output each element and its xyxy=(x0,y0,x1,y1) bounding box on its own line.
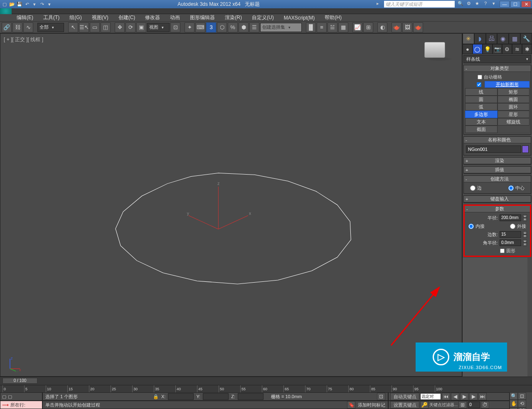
rollout-object-type[interactable]: -对象类型 xyxy=(464,65,531,72)
circumscribed-radio[interactable]: 外接 xyxy=(510,223,526,229)
script-mini-icon[interactable]: ▢ xyxy=(2,394,6,399)
shape-helix-button[interactable]: 螺旋线 xyxy=(498,118,530,126)
menu-animation[interactable]: 动画 xyxy=(166,13,184,22)
close-button[interactable]: ✕ xyxy=(521,1,531,7)
timeline-slider-track[interactable]: 0 / 100 xyxy=(0,377,532,385)
key-mode-icon[interactable]: 🔑 xyxy=(420,401,429,409)
named-selection-dropdown[interactable]: 创建选择集 xyxy=(260,23,302,32)
rendered-frame-icon[interactable]: 🖼 xyxy=(402,22,412,32)
pan-icon[interactable]: ✋ xyxy=(510,400,518,407)
script-rec-icon[interactable]: ▢ xyxy=(8,394,12,399)
menu-create[interactable]: 创建(C) xyxy=(114,13,140,22)
rect-region-icon[interactable]: ▭ xyxy=(90,22,100,32)
subtab-shapes-icon[interactable]: ◯ xyxy=(473,44,483,54)
play-icon[interactable]: ▶ xyxy=(460,393,468,400)
prev-frame-icon[interactable]: ◀ xyxy=(451,393,459,400)
time-ruler[interactable]: 0510 152025 303540 455055 606570 758085 … xyxy=(0,385,532,392)
subtab-systems-icon[interactable]: ✱ xyxy=(522,44,532,54)
minimize-button[interactable]: — xyxy=(500,1,510,7)
help-drop-icon[interactable]: ▾ xyxy=(490,1,497,7)
curve-editor-icon[interactable]: 📈 xyxy=(352,22,362,32)
material-editor-icon[interactable]: ◐ xyxy=(377,22,387,32)
subtab-lights-icon[interactable]: 💡 xyxy=(483,44,493,54)
rollout-name-color[interactable]: -名称和颜色 xyxy=(464,137,531,143)
lock-icon[interactable]: 🔒 xyxy=(153,394,159,399)
rollout-creation[interactable]: -创建方法 xyxy=(464,176,531,182)
frame-input[interactable]: 0 xyxy=(468,402,480,408)
orbit-icon[interactable]: ⟲ xyxy=(518,400,526,407)
selection-filter-dropdown[interactable]: 全部 xyxy=(37,23,64,32)
tab-create-icon[interactable]: ✳ xyxy=(463,33,474,44)
align-icon[interactable]: ≡ xyxy=(317,22,327,32)
radius-spinner[interactable]: ▲▼ xyxy=(523,214,527,221)
qat-save-icon[interactable]: 💾 xyxy=(16,1,23,7)
coord-z-input[interactable] xyxy=(238,393,264,400)
subtab-cameras-icon[interactable]: 📷 xyxy=(493,44,502,54)
spinner-snap-icon[interactable]: ⬢ xyxy=(239,22,249,32)
nav-1-icon[interactable]: ⊞ xyxy=(458,401,467,409)
menu-tools[interactable]: 工具(T) xyxy=(39,13,64,22)
help-icon[interactable]: ? xyxy=(482,1,489,7)
keyboard-shortcut-icon[interactable]: ⌨ xyxy=(195,22,205,32)
shape-star-button[interactable]: 星形 xyxy=(498,111,530,118)
tab-utilities-icon[interactable]: 🔧 xyxy=(520,33,532,44)
shape-line-button[interactable]: 线 xyxy=(465,88,498,96)
scale-icon[interactable]: ▣ xyxy=(136,22,146,32)
maximize-viewport-icon[interactable]: ⛶ xyxy=(518,407,526,409)
rollout-interp[interactable]: +插值 xyxy=(464,167,531,173)
favorite-icon[interactable]: ★ xyxy=(474,1,480,7)
shape-category-dropdown[interactable]: 样条线 xyxy=(463,55,531,63)
sides-input[interactable]: 15 xyxy=(500,231,521,238)
object-name-input[interactable]: NGon001 xyxy=(466,145,521,153)
qat-open-icon[interactable]: 📂 xyxy=(8,1,16,7)
coord-y-input[interactable] xyxy=(203,393,229,400)
menu-maxscript[interactable]: MAXScript(M) xyxy=(280,14,319,22)
goto-end-icon[interactable]: ⏭ xyxy=(478,393,487,400)
window-crossing-icon[interactable]: ◫ xyxy=(101,22,111,32)
zoom-icon[interactable]: 🔍 xyxy=(510,392,518,400)
viewport[interactable]: [ + ][ 正交 ][ 线框 ] z y x z x y xyxy=(0,33,462,377)
search-icon[interactable]: 🔍 xyxy=(457,1,464,7)
creation-center-radio[interactable]: 中心 xyxy=(508,185,525,191)
select-icon[interactable]: ↖ xyxy=(68,22,78,32)
shape-ngon-button[interactable]: 多边形 xyxy=(465,111,498,118)
bind-icon[interactable]: ∿ xyxy=(23,22,33,32)
shape-circle-button[interactable]: 圆 xyxy=(465,96,498,103)
set-key-button[interactable]: 设置关键点 xyxy=(390,401,419,409)
schematic-icon[interactable]: ⊞ xyxy=(363,22,373,32)
unlink-icon[interactable]: ⛓ xyxy=(12,22,22,32)
move-icon[interactable]: ✥ xyxy=(115,22,125,32)
menu-group[interactable]: 组(G) xyxy=(65,13,86,22)
angle-snap-icon[interactable]: ⬡ xyxy=(217,22,227,32)
subtab-geometry-icon[interactable]: ● xyxy=(463,44,473,54)
sides-spinner[interactable]: ▲▼ xyxy=(523,231,527,238)
shape-rect-button[interactable]: 矩形 xyxy=(498,88,530,96)
rollout-params[interactable]: -参数 xyxy=(465,206,530,212)
search-input[interactable]: 键入关键字或短语 xyxy=(384,1,455,7)
shape-ellipse-button[interactable]: 椭圆 xyxy=(498,96,530,103)
menu-help[interactable]: 帮助(H) xyxy=(320,13,346,22)
render-icon[interactable]: 🫖 xyxy=(413,22,423,32)
menu-edit[interactable]: 编辑(E) xyxy=(12,13,37,22)
radius-input[interactable]: 200.0mm xyxy=(500,214,521,221)
menu-custom[interactable]: 自定义(U) xyxy=(248,13,278,22)
graphite-icon[interactable]: ▦ xyxy=(338,22,348,32)
selected-input[interactable]: 选定对 xyxy=(420,393,441,400)
pivot-center-icon[interactable]: ⊡ xyxy=(170,22,180,32)
start-new-shape-checkbox[interactable] xyxy=(477,82,481,87)
qat-redo-icon[interactable]: ↷ xyxy=(38,1,46,7)
menu-render[interactable]: 渲染(R) xyxy=(221,13,246,22)
render-setup-icon[interactable]: 🫖 xyxy=(392,22,401,32)
rollout-keyboard[interactable]: +键盘输入 xyxy=(464,196,531,202)
qat-redo-drop-icon[interactable]: ▾ xyxy=(46,1,53,7)
isolate-icon[interactable]: ⊡ xyxy=(377,393,385,400)
zoom-all-icon[interactable]: ⊡ xyxy=(518,392,526,400)
manipulate-icon[interactable]: ✦ xyxy=(185,22,195,32)
ref-coord-dropdown[interactable]: 视图 xyxy=(147,23,170,32)
menu-modifiers[interactable]: 修改器 xyxy=(141,13,164,22)
edit-named-sel-icon[interactable]: ☰ xyxy=(249,22,259,32)
subtab-spacewarps-icon[interactable]: ≋ xyxy=(512,44,522,54)
shape-text-button[interactable]: 文本 xyxy=(465,118,498,126)
select-name-icon[interactable]: ☰↖ xyxy=(79,22,89,32)
time-slider[interactable]: 0 / 100 xyxy=(2,378,37,384)
